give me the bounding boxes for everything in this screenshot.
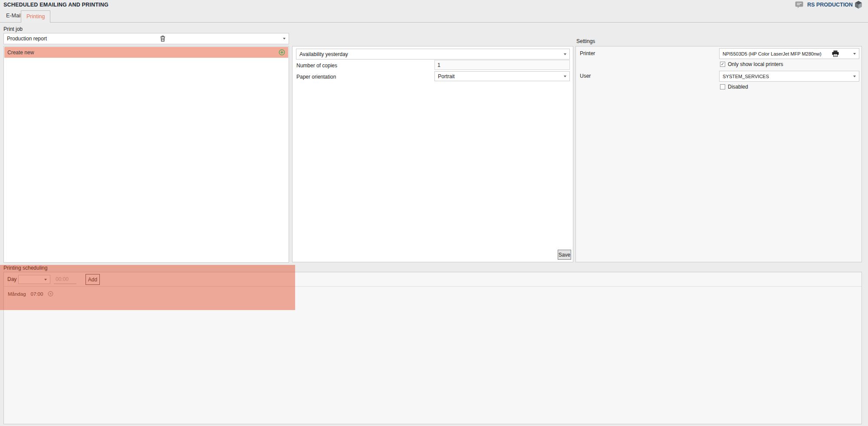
print-job-dropdown-arrow-icon[interactable]	[283, 38, 286, 40]
day-dropdown-arrow-icon	[44, 279, 47, 281]
printer-value: NPI5503D5 (HP Color LaserJet MFP M280nw)	[723, 51, 822, 56]
printer-dropdown-arrow-icon	[853, 53, 856, 55]
report-type-value: Availability yesterday	[299, 51, 348, 57]
orientation-select[interactable]: Portrait	[434, 71, 570, 81]
disabled-row[interactable]: Disabled	[720, 84, 748, 90]
only-local-printers-label: Only show local printers	[728, 61, 783, 67]
disabled-label: Disabled	[728, 84, 748, 90]
app-window: SCHEDULED EMAILING AND PRINTING RS PRODU…	[0, 0, 868, 426]
create-new-row[interactable]: Create new	[4, 47, 288, 58]
printer-label: Printer	[580, 48, 595, 59]
settings-panel: Printer NPI5503D5 (HP Color LaserJet MFP…	[575, 46, 862, 262]
schedule-entry-time: 07:00	[31, 291, 43, 297]
copies-label: Number of copies	[296, 61, 337, 71]
delete-print-job-icon[interactable]	[160, 36, 165, 42]
cube-logo-icon	[854, 0, 863, 11]
print-job-selected-value: Production report	[7, 36, 47, 42]
time-input[interactable]	[54, 275, 76, 284]
print-job-select[interactable]: Production report	[3, 33, 289, 44]
report-type-select[interactable]: Availability yesterday	[296, 49, 570, 59]
schedule-entry: Måndag 07:00	[8, 291, 53, 297]
print-job-list-panel: Create new	[3, 46, 289, 263]
tab-printing[interactable]: Printing	[21, 10, 50, 23]
orientation-label: Paper orientation	[296, 72, 336, 82]
only-local-printers-checkbox[interactable]: ✓	[720, 62, 725, 67]
schedule-add-row: Day Add	[4, 272, 861, 287]
user-label: User	[580, 71, 591, 82]
user-dropdown-arrow-icon	[853, 76, 856, 77]
orientation-dropdown-arrow-icon	[564, 76, 566, 77]
job-config-panel: Availability yesterday Number of copies …	[292, 46, 573, 262]
printing-scheduling-panel: Day Add Måndag 07:00	[3, 272, 862, 424]
settings-title: Settings	[576, 38, 595, 44]
only-local-printers-row[interactable]: ✓ Only show local printers	[720, 61, 783, 67]
report-type-dropdown-arrow-icon	[564, 53, 566, 55]
user-value: SYSTEM_SERVICES	[723, 74, 769, 79]
page-title: SCHEDULED EMAILING AND PRINTING	[3, 0, 108, 10]
create-new-label: Create new	[7, 50, 34, 56]
day-label: Day	[7, 272, 16, 287]
user-select[interactable]: SYSTEM_SERVICES	[719, 71, 859, 82]
tab-divider	[0, 22, 868, 23]
add-schedule-button[interactable]: Add	[85, 274, 100, 285]
brand-name: RS PRODUCTION	[807, 0, 853, 10]
print-job-label: Print job	[3, 26, 23, 32]
save-button[interactable]: Save	[558, 250, 571, 260]
printer-icon	[832, 50, 839, 57]
disabled-checkbox[interactable]	[720, 84, 725, 89]
orientation-value: Portrait	[438, 73, 455, 79]
printing-scheduling-title: Printing scheduling	[3, 265, 47, 271]
add-print-job-icon[interactable]	[279, 49, 285, 56]
copies-input[interactable]	[434, 60, 570, 70]
day-select[interactable]	[18, 275, 50, 284]
schedule-entry-day: Måndag	[8, 291, 26, 297]
printer-select[interactable]: NPI5503D5 (HP Color LaserJet MFP M280nw)	[719, 48, 859, 59]
chat-icon[interactable]	[795, 1, 803, 10]
remove-schedule-entry-icon[interactable]	[48, 291, 53, 297]
